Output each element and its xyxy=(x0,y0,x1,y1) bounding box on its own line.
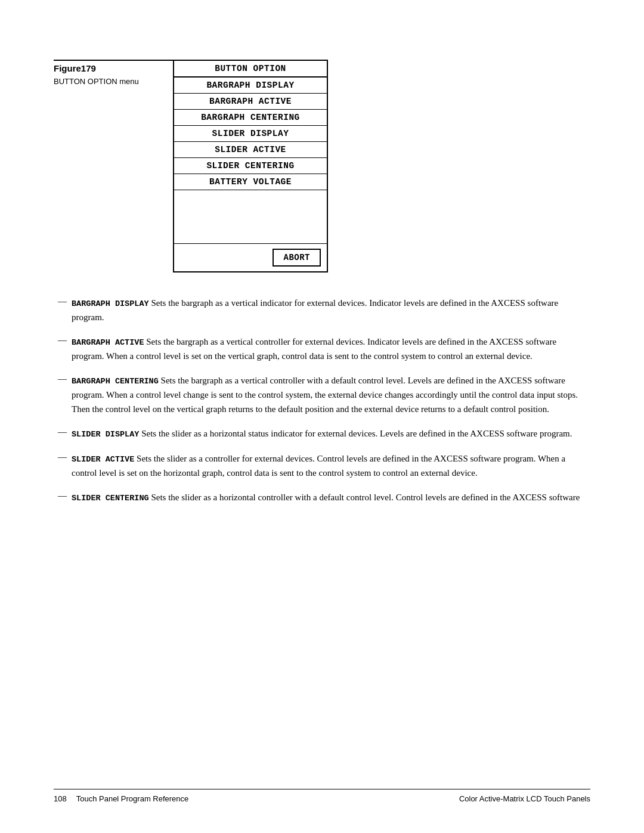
desc-text-slider-centering: Sets the slider as a horizontal controll… xyxy=(149,493,580,502)
abort-button[interactable]: ABORT xyxy=(273,249,321,267)
desc-dash-5: — xyxy=(54,452,72,462)
desc-item-bargraph-active: — BARGRAPH ACTIVE Sets the bargraph as a… xyxy=(54,335,590,363)
menu-spacer xyxy=(174,190,327,244)
menu-title: BUTTON OPTION xyxy=(174,61,327,78)
desc-keyword-slider-active: SLIDER ACTIVE xyxy=(72,455,134,464)
desc-text-slider-active: Sets the slider as a controller for exte… xyxy=(72,454,565,478)
menu-abort-row: ABORT xyxy=(174,244,327,271)
menu-item-slider-centering[interactable]: SLIDER CENTERING xyxy=(174,158,327,174)
figure-label: Figure179 xyxy=(54,60,173,73)
desc-dash-4: — xyxy=(54,427,72,437)
menu-item-bargraph-active[interactable]: BARGRAPH ACTIVE xyxy=(174,94,327,110)
desc-content-bargraph-centering: BARGRAPH CENTERING Sets the bargraph as … xyxy=(72,374,590,416)
figure-section: Figure179 BUTTON OPTION menu BUTTON OPTI… xyxy=(54,60,590,272)
desc-content-slider-active: SLIDER ACTIVE Sets the slider as a contr… xyxy=(72,452,590,480)
footer-page-number: 108 xyxy=(54,794,67,803)
desc-item-bargraph-centering: — BARGRAPH CENTERING Sets the bargraph a… xyxy=(54,374,590,416)
desc-keyword-bargraph-active: BARGRAPH ACTIVE xyxy=(72,338,144,347)
desc-item-slider-active: — SLIDER ACTIVE Sets the slider as a con… xyxy=(54,452,590,480)
menu-item-battery-voltage[interactable]: BATTERY VOLTAGE xyxy=(174,174,327,190)
desc-keyword-slider-display: SLIDER DISPLAY xyxy=(72,430,139,439)
footer-title: Touch Panel Program Reference xyxy=(76,794,189,803)
page-footer: 108 Touch Panel Program Reference Color … xyxy=(54,789,590,803)
figure-caption: BUTTON OPTION menu xyxy=(54,77,173,86)
menu-item-bargraph-centering[interactable]: BARGRAPH CENTERING xyxy=(174,110,327,126)
menu-item-bargraph-display[interactable]: BARGRAPH DISPLAY xyxy=(174,78,327,94)
desc-content-bargraph-display: BARGRAPH DISPLAY Sets the bargraph as a … xyxy=(72,296,590,324)
desc-item-bargraph-display: — BARGRAPH DISPLAY Sets the bargraph as … xyxy=(54,296,590,324)
desc-keyword-bargraph-centering: BARGRAPH CENTERING xyxy=(72,377,159,386)
desc-item-slider-display: — SLIDER DISPLAY Sets the slider as a ho… xyxy=(54,427,590,441)
desc-content-slider-centering: SLIDER CENTERING Sets the slider as a ho… xyxy=(72,491,590,505)
footer-right-text: Color Active-Matrix LCD Touch Panels xyxy=(459,794,590,803)
menu-box: BUTTON OPTION BARGRAPH DISPLAY BARGRAPH … xyxy=(173,60,328,272)
page-container: Figure179 BUTTON OPTION menu BUTTON OPTI… xyxy=(0,0,644,833)
desc-content-slider-display: SLIDER DISPLAY Sets the slider as a hori… xyxy=(72,427,590,441)
figure-label-col: Figure179 BUTTON OPTION menu xyxy=(54,60,173,86)
desc-content-bargraph-active: BARGRAPH ACTIVE Sets the bargraph as a v… xyxy=(72,335,590,363)
desc-dash-2: — xyxy=(54,335,72,345)
desc-dash-1: — xyxy=(54,296,72,306)
descriptions-section: — BARGRAPH DISPLAY Sets the bargraph as … xyxy=(54,296,590,505)
desc-keyword-bargraph-display: BARGRAPH DISPLAY xyxy=(72,299,149,308)
desc-keyword-slider-centering: SLIDER CENTERING xyxy=(72,494,149,503)
desc-text-bargraph-active: Sets the bargraph as a vertical controll… xyxy=(72,337,556,361)
footer-left: 108 Touch Panel Program Reference xyxy=(54,794,188,803)
desc-dash-3: — xyxy=(54,374,72,384)
menu-item-slider-active[interactable]: SLIDER ACTIVE xyxy=(174,142,327,158)
desc-dash-6: — xyxy=(54,491,72,501)
desc-item-slider-centering: — SLIDER CENTERING Sets the slider as a … xyxy=(54,491,590,505)
desc-text-slider-display: Sets the slider as a horizontal status i… xyxy=(139,429,572,438)
menu-item-slider-display[interactable]: SLIDER DISPLAY xyxy=(174,126,327,142)
